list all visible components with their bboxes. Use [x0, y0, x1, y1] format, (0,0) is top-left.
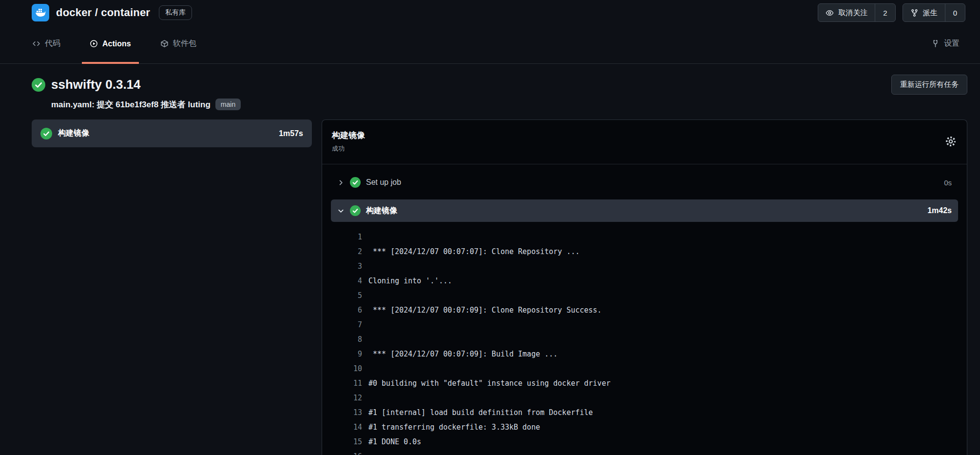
tab-packages-label: 软件包 — [173, 39, 196, 49]
log-line[interactable]: 14 #1 transferring dockerfile: 3.33kB do… — [332, 420, 967, 435]
log-line-text: #1 DONE 0.0s — [368, 437, 421, 446]
log-line[interactable]: 13 #1 [internal] load build definition f… — [332, 405, 967, 420]
run-title: sshwifty 0.3.14 — [51, 77, 141, 92]
log-line-text: Cloning into '.'... — [368, 277, 452, 285]
tab-settings[interactable]: 设置 — [923, 25, 967, 64]
log-line-number: 9 — [332, 350, 362, 358]
fork-button[interactable]: 派生 0 — [903, 3, 965, 22]
log-line-number: 16 — [332, 452, 362, 455]
log-line[interactable]: 3 — [332, 259, 967, 274]
watchers-count[interactable]: 2 — [875, 4, 895, 21]
job-success-check-circle-icon — [40, 128, 52, 139]
play-circle-icon — [90, 40, 98, 48]
log-line-text: #1 [internal] load build definition from… — [368, 408, 593, 417]
log-line-number: 12 — [332, 394, 362, 402]
eye-icon — [826, 9, 834, 17]
log-line[interactable]: 4 Cloning into '.'... — [332, 274, 967, 288]
log-line-number: 2 — [332, 247, 362, 256]
step-label: Set up job — [366, 178, 401, 187]
log-line[interactable]: 15 #1 DONE 0.0s — [332, 435, 967, 449]
log-line-number: 4 — [332, 277, 362, 285]
log-line[interactable]: 10 — [332, 361, 967, 376]
log-line-text: *** [2024/12/07 00:07:09]: Build Image .… — [368, 350, 557, 358]
repo-nav-tabs: 代码 Actions 软件包 设置 — [0, 25, 980, 64]
log-line-number: 13 — [332, 408, 362, 417]
log-line[interactable]: 1 — [332, 230, 967, 244]
step-row-set-up-job[interactable]: Set up job 0s — [331, 171, 958, 194]
unwatch-label: 取消关注 — [838, 8, 867, 18]
log-line-number: 8 — [332, 335, 362, 344]
log-line[interactable]: 7 — [332, 317, 967, 332]
tab-packages[interactable]: 软件包 — [153, 25, 204, 64]
log-line-number: 11 — [332, 379, 362, 388]
log-line[interactable]: 5 — [332, 288, 967, 303]
log-line-text: #1 transferring dockerfile: 3.33kB done — [368, 423, 540, 432]
job-item-build-image[interactable]: 构建镜像 1m57s — [32, 119, 312, 147]
forks-count[interactable]: 0 — [945, 4, 965, 21]
step-row-build-image[interactable]: 构建镜像 1m42s — [331, 199, 958, 222]
job-name: 构建镜像 — [58, 128, 89, 138]
tab-code-label: 代码 — [45, 39, 60, 49]
code-brackets-icon — [32, 40, 40, 48]
log-line[interactable]: 8 — [332, 332, 967, 347]
step-success-check-circle-icon — [350, 205, 361, 216]
docker-whale-icon[interactable] — [32, 4, 49, 21]
step-success-check-circle-icon — [350, 177, 361, 188]
log-line[interactable]: 12 — [332, 391, 967, 405]
log-viewer: 1 2 *** [2024/12/07 00:07:07]: Clone Rep… — [322, 230, 967, 455]
log-line-number: 3 — [332, 262, 362, 271]
tab-code[interactable]: 代码 — [24, 25, 68, 64]
tab-settings-label: 设置 — [944, 39, 960, 49]
rerun-all-jobs-button[interactable]: 重新运行所有任务 — [891, 75, 967, 95]
log-line-number: 14 — [332, 423, 362, 432]
log-line[interactable]: 16 — [332, 449, 967, 455]
log-line-number: 6 — [332, 306, 362, 315]
panel-job-status: 成功 — [332, 144, 365, 153]
steps-list: Set up job 0s 构建镜像 1m42s — [322, 164, 967, 222]
job-duration: 1m57s — [279, 129, 303, 138]
log-line-number: 15 — [332, 437, 362, 446]
run-success-check-circle-icon — [32, 78, 45, 92]
run-content: 构建镜像 1m57s 构建镜像 成功 — [0, 119, 980, 455]
log-line-number: 10 — [332, 364, 362, 373]
nav-spacer — [218, 25, 910, 63]
unwatch-button[interactable]: 取消关注 2 — [818, 3, 895, 22]
top-bar: docker / container 私有库 取消关注 2 — [0, 0, 980, 25]
job-log-panel-header: 构建镜像 成功 — [322, 120, 967, 164]
package-cube-icon — [160, 40, 169, 48]
fork-label: 派生 — [923, 8, 938, 18]
tab-actions[interactable]: Actions — [82, 25, 139, 64]
log-line[interactable]: 2 *** [2024/12/07 00:07:07]: Clone Repos… — [332, 244, 967, 259]
chevron-right-icon[interactable] — [337, 179, 345, 186]
log-line-number: 5 — [332, 291, 362, 300]
log-line[interactable]: 9 *** [2024/12/07 00:07:09]: Build Image… — [332, 347, 967, 361]
fork-icon — [910, 9, 919, 17]
job-log-panel: 构建镜像 成功 — [322, 119, 967, 455]
log-line-number: 1 — [332, 233, 362, 241]
tab-actions-label: Actions — [102, 40, 131, 48]
step-duration: 0s — [944, 178, 952, 187]
repo-breadcrumb[interactable]: docker / container — [56, 6, 150, 19]
branch-badge[interactable]: main — [215, 99, 241, 110]
log-line-text: #0 building with "default" instance usin… — [368, 379, 611, 388]
log-line[interactable]: 11 #0 building with "default" instance u… — [332, 376, 967, 391]
chevron-down-icon[interactable] — [337, 207, 345, 215]
visibility-badge: 私有库 — [159, 5, 192, 20]
log-line-number: 7 — [332, 320, 362, 329]
run-header: sshwifty 0.3.14 重新运行所有任务 main.yaml: 提交 6… — [0, 64, 980, 119]
wrench-icon — [931, 40, 940, 48]
log-line-text: *** [2024/12/07 00:07:07]: Clone Reposit… — [368, 247, 579, 256]
gear-icon[interactable] — [944, 135, 957, 148]
step-duration: 1m42s — [927, 206, 952, 215]
jobs-sidebar: 构建镜像 1m57s — [32, 119, 312, 147]
log-line[interactable]: 6 *** [2024/12/07 00:07:09]: Clone Repos… — [332, 303, 967, 317]
log-line-text: *** [2024/12/07 00:07:09]: Clone Reposit… — [368, 306, 602, 315]
panel-job-title: 构建镜像 — [332, 130, 365, 141]
step-label: 构建镜像 — [366, 206, 397, 216]
run-commit-info: main.yaml: 提交 61be1f3ef8 推送者 luting — [51, 99, 211, 110]
